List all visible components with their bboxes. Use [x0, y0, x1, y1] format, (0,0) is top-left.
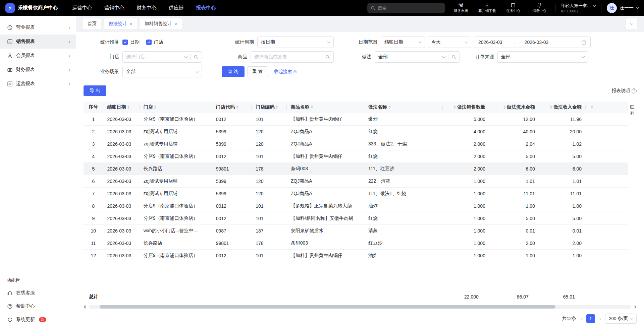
table-row[interactable]: 102026-03-03wxh的小小门店...营业中...0987187泉阳泉矿… [84, 224, 628, 237]
start-date[interactable]: 2026-03-03 [478, 40, 502, 45]
table-row[interactable]: 22026-03-03zqj测试专用店铺5399120ZQJ商品A红烧4.000… [84, 125, 628, 138]
table-cell: 120 [252, 187, 287, 200]
column-header-extra[interactable] [586, 102, 628, 113]
table-cell: ZQJ商品A [287, 187, 364, 200]
table-cell: 9 [84, 212, 103, 224]
collapse-label: 收起搜索 [274, 69, 292, 75]
user-name: 汪一一 [620, 5, 634, 11]
column-header-门店编码[interactable]: 门店编码 [252, 102, 287, 113]
sidebar-item-member-reports[interactable]: 会员报表 › [0, 49, 76, 63]
column-header-门店[interactable]: 门店 [140, 102, 212, 113]
search-icon[interactable] [325, 55, 330, 59]
user-menu[interactable]: 汪 汪一一 [607, 3, 639, 13]
column-header-做法名称[interactable]: 做法名称 [364, 102, 443, 113]
sidebar-item-finance-reports[interactable]: 财务报表 › [0, 63, 76, 77]
table-row[interactable]: 52026-03-03长兴路店99801178条码003111、红豆沙2.000… [84, 162, 628, 175]
query-button[interactable]: 查 询 [222, 66, 245, 77]
brand[interactable]: 乐檬餐饮商户中心 [5, 3, 58, 13]
period-label: 统计周期 [206, 39, 257, 45]
table-cell: 2.04 [489, 138, 539, 150]
table-row[interactable]: 42026-03-03分店9（南京浦口体验店）0012101【加料】贵州黄牛肉锅… [84, 150, 628, 162]
next-page-arrow[interactable]: › [599, 316, 601, 322]
export-button[interactable]: 导 出 [84, 85, 106, 96]
column-header-做法流水金额[interactable]: 做法流水金额 [489, 102, 539, 113]
column-header-门店代码[interactable]: 门店代码 [212, 102, 252, 113]
collapse-search-link[interactable]: 收起搜索 [274, 69, 296, 75]
horizontal-scrollbar[interactable] [84, 305, 637, 309]
column-header-结账日期[interactable]: 结账日期 [103, 102, 140, 113]
quick-action-client-download[interactable]: 客户端下载 [477, 2, 497, 13]
table-cell: 条码003 [287, 162, 364, 175]
sidebar-item-online-support[interactable]: 在线客服 [0, 286, 76, 300]
quick-action-task-center[interactable]: 任务中心 [503, 2, 524, 13]
sidebar-item-help-center[interactable]: 帮助中心 [0, 300, 76, 313]
nav-supply-chain[interactable]: 供应链 [169, 5, 184, 11]
method-select[interactable]: 全部 [375, 51, 460, 63]
prev-page-arrow[interactable]: ‹ [580, 316, 582, 322]
table-row[interactable]: 112026-03-03长兴路店99801178条码003红豆沙1.0002.0… [84, 237, 628, 249]
search-icon[interactable] [194, 55, 198, 59]
scroll-left-arrow[interactable] [84, 305, 86, 309]
nav-report-center[interactable]: 报表中心 [196, 5, 216, 11]
period-select[interactable]: 按日期 [257, 37, 334, 48]
nav-marketing-center[interactable]: 营销中心 [104, 5, 124, 11]
table-row[interactable]: 92026-03-03分店9（南京浦口体验店）0012101【加料/相同名称】安… [84, 212, 628, 224]
table-cell: 5.00 [539, 212, 586, 224]
sidebar-item-system-update[interactable]: 系统更新 新 [0, 313, 76, 326]
checkbox-date[interactable]: 日期 [122, 39, 140, 45]
tab-list-dropdown[interactable] [626, 18, 637, 29]
store-select[interactable]: 选择门店 [122, 51, 202, 63]
sort-icon [503, 106, 505, 109]
table-cell: 1.01 [539, 175, 586, 187]
table-row[interactable]: 32026-03-03zqj测试专用店铺5399120ZQJ商品A333、做法2… [84, 138, 628, 150]
reset-button[interactable]: 重 置 [247, 66, 268, 77]
global-search[interactable] [367, 3, 445, 13]
table-cell: 条码003 [287, 237, 364, 249]
table-row[interactable]: 122026-03-03分店9（南京浦口体验店）0012101【加料】贵州黄牛肉… [84, 249, 628, 262]
column-header-商品名称[interactable]: 商品名称 [287, 102, 364, 113]
quick-action-service-market[interactable]: 服务市场 [450, 2, 471, 13]
total-cell: 65.01 [533, 290, 579, 304]
column-settings-button[interactable]: 列 [628, 102, 637, 290]
sidebar-item-sales-reports[interactable]: 销售报表 › [0, 35, 76, 49]
report-help[interactable]: 报表说明 ? [612, 88, 637, 94]
page-number[interactable]: 1 [586, 314, 595, 323]
sort-icon [388, 106, 390, 109]
table-row[interactable]: 82026-03-03分店9（南京浦口体验店）0012101【多规格】正宗鲁菜九… [84, 200, 628, 212]
scrollbar-track[interactable] [89, 305, 631, 309]
column-header-做法收入金额[interactable]: 做法收入金额 [539, 102, 586, 113]
table-row[interactable]: 12026-03-03分店9（南京浦口体验店）0012101【加料】贵州黄牛肉锅… [84, 113, 628, 125]
page-size-select[interactable]: 200 条/页 [605, 314, 637, 324]
table-cell: 101 [252, 150, 287, 162]
order-source-select[interactable]: 全部 [497, 51, 588, 63]
date-range-picker[interactable]: 2026-03-03 → 2026-03-03 [474, 37, 591, 48]
checkbox-store[interactable]: 门店 [146, 39, 163, 45]
scrollbar-thumb[interactable] [100, 305, 555, 309]
nav-operations-center[interactable]: 运营中心 [72, 5, 92, 11]
nav-finance-center[interactable]: 财务中心 [137, 5, 157, 11]
table-cell: 红豆沙 [364, 237, 443, 249]
date-type-value: 结账日期 [384, 39, 417, 45]
quick-action-message-center[interactable]: 消息中心 [529, 2, 550, 13]
date-preset-select[interactable]: 今天 [428, 37, 471, 48]
close-icon[interactable]: × [129, 21, 132, 26]
sidebar-item-business-reports[interactable]: 营业报表 › [0, 20, 76, 35]
chevron-down-icon [630, 316, 634, 320]
search-input[interactable] [378, 5, 442, 10]
scene-select[interactable]: 全部 [122, 66, 202, 77]
date-type-select[interactable]: 结账日期 [381, 37, 425, 48]
product-select[interactable]: 选择商品或套餐 [251, 51, 334, 63]
table-cell [586, 237, 628, 249]
table-row[interactable]: 72026-03-03zqj测试专用店铺5399120ZQJ商品A111、做法1… [84, 187, 628, 200]
search-icon[interactable] [451, 55, 456, 59]
column-header-做法销售数量[interactable]: 做法销售数量 [443, 102, 489, 113]
tab-home[interactable]: 首页 [83, 18, 101, 29]
tenant-switcher[interactable]: 年轻人第一家... ID: 100011 [561, 3, 596, 13]
table-row[interactable]: 62026-03-03zqj测试专用店铺5399120ZQJ商品A222、清蒸1… [84, 175, 628, 187]
scroll-right-arrow[interactable] [635, 305, 637, 309]
tab-topping-sales-statistics[interactable]: 加料销售统计 × [140, 18, 182, 29]
sidebar-item-operation-reports[interactable]: 运营报表 › [0, 77, 76, 91]
close-icon[interactable]: × [174, 21, 177, 26]
tab-method-statistics[interactable]: 做法统计 × [104, 18, 137, 29]
end-date[interactable]: 2026-03-03 [525, 40, 549, 45]
